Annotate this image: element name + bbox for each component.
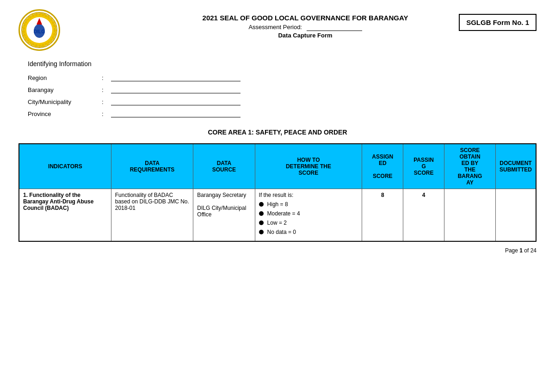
bullet-dot bbox=[259, 211, 264, 216]
assessment-label: Assessment Period: bbox=[248, 24, 302, 31]
logo-svg: DILG bbox=[21, 12, 58, 49]
score-item: No data = 0 bbox=[259, 229, 358, 235]
page-total: 24 bbox=[530, 247, 536, 254]
score-obtained-cell[interactable] bbox=[444, 189, 496, 242]
data-source-line2: DILG City/Municipal Office bbox=[197, 205, 246, 218]
data-capture-label: Data Capture Form bbox=[74, 32, 536, 39]
th-passing: PASSINGSCORE bbox=[403, 144, 444, 189]
svg-text:DILG: DILG bbox=[34, 29, 45, 34]
assessment-field bbox=[307, 24, 362, 31]
bullet-dot bbox=[259, 230, 264, 234]
bullet-dot bbox=[259, 202, 264, 207]
table-row: 1. Functionality of the Barangay Anti-Dr… bbox=[19, 189, 536, 242]
field-row-region: Region : bbox=[28, 73, 536, 81]
barangay-colon: : bbox=[102, 86, 111, 93]
score-item-label: No data = 0 bbox=[267, 229, 296, 235]
page-of: of bbox=[523, 247, 530, 254]
indicator-text: Functionality of the Barangay Anti-Drug … bbox=[23, 192, 93, 211]
th-assigned: ASSIGNEDSCORE bbox=[362, 144, 403, 189]
th-score-obtained: SCOREOBTAINED BYTHEBARANGAY bbox=[444, 144, 496, 189]
assigned-score-cell: 8 bbox=[362, 189, 403, 242]
score-list: High = 8Moderate = 4Low = 2No data = 0 bbox=[259, 201, 358, 235]
form-badge: SGLGB Form No. 1 bbox=[459, 14, 536, 31]
page-text: Page bbox=[505, 247, 519, 254]
page-header: DILG 2021 SEAL OF GOOD LOCAL GOVERNANCE … bbox=[18, 9, 536, 51]
field-row-province: Province : bbox=[28, 109, 536, 117]
main-table: INDICATORS DATAREQUIREMENTS DATASOURCE H… bbox=[18, 143, 536, 242]
field-row-barangay: Barangay : bbox=[28, 85, 536, 93]
indicator-cell: 1. Functionality of the Barangay Anti-Dr… bbox=[19, 189, 111, 242]
dilg-logo: DILG bbox=[18, 9, 60, 51]
th-how-to: HOW TODETERMINE THESCORE bbox=[255, 144, 362, 189]
region-label: Region bbox=[28, 74, 102, 81]
identifying-title: Identifying Information bbox=[28, 60, 536, 67]
city-field[interactable] bbox=[111, 97, 240, 105]
bullet-dot bbox=[259, 220, 264, 225]
score-item-label: Moderate = 4 bbox=[267, 210, 300, 217]
th-indicators: INDICATORS bbox=[19, 144, 111, 189]
th-document: DOCUMENTSUBMITTED bbox=[495, 144, 536, 189]
table-header-row: INDICATORS DATAREQUIREMENTS DATASOURCE H… bbox=[19, 144, 536, 189]
score-item: High = 8 bbox=[259, 201, 358, 208]
province-field[interactable] bbox=[111, 109, 240, 117]
how-to-cell: If the result is:High = 8Moderate = 4Low… bbox=[255, 189, 362, 242]
score-item-label: High = 8 bbox=[267, 201, 288, 208]
score-item: Low = 2 bbox=[259, 220, 358, 226]
data-source-line1: Barangay Secretary bbox=[197, 192, 246, 198]
region-colon: : bbox=[102, 74, 111, 81]
province-label: Province bbox=[28, 110, 102, 117]
city-label: City/Municipality bbox=[28, 98, 102, 105]
city-colon: : bbox=[102, 98, 111, 105]
page-current: 1 bbox=[519, 247, 523, 254]
score-item: Moderate = 4 bbox=[259, 210, 358, 217]
score-item-label: Low = 2 bbox=[267, 220, 287, 226]
logo-area: DILG bbox=[18, 9, 74, 51]
region-field[interactable] bbox=[111, 73, 240, 81]
field-row-city: City/Municipality : bbox=[28, 97, 536, 105]
identifying-section: Identifying Information Region : Baranga… bbox=[18, 60, 536, 117]
data-source-cell: Barangay SecretaryDILG City/Municipal Of… bbox=[193, 189, 255, 242]
indicator-number: 1. bbox=[23, 192, 28, 198]
th-data-req: DATAREQUIREMENTS bbox=[111, 144, 193, 189]
page-footer: Page 1 of 24 bbox=[18, 247, 536, 254]
document-submitted-cell[interactable] bbox=[495, 189, 536, 242]
barangay-field[interactable] bbox=[111, 85, 240, 93]
barangay-label: Barangay bbox=[28, 86, 102, 93]
data-requirements-cell: Functionality of BADAC based on DILG-DDB… bbox=[111, 189, 193, 242]
th-data-source: DATASOURCE bbox=[193, 144, 255, 189]
core-area-heading: CORE AREA 1: SAFETY, PEACE AND ORDER bbox=[18, 129, 536, 136]
passing-score-cell: 4 bbox=[403, 189, 444, 242]
province-colon: : bbox=[102, 110, 111, 117]
if-result-label: If the result is: bbox=[259, 192, 358, 198]
